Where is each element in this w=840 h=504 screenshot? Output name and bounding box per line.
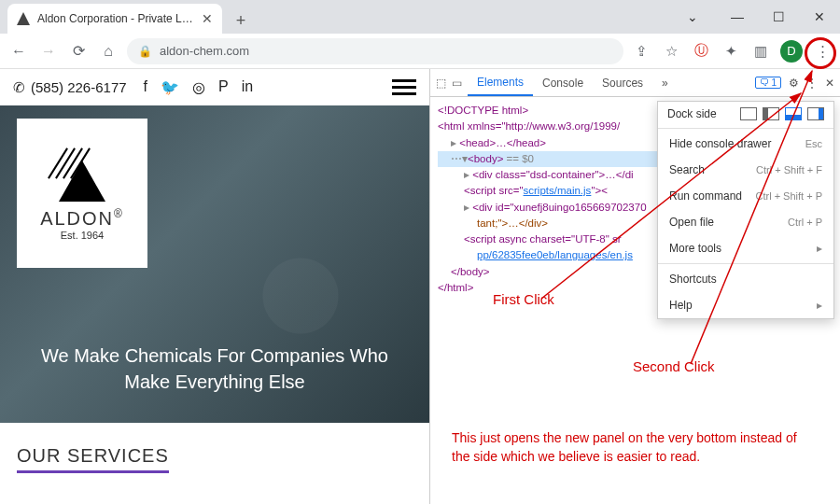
reload-button[interactable]: ⟳ [67,40,90,63]
new-tab-button[interactable]: + [228,7,254,34]
menu-search[interactable]: SearchCtrl + Shift + F [658,157,833,183]
url-input[interactable]: 🔒 aldon-chem.com [127,38,623,64]
tab-elements[interactable]: Elements [468,69,533,96]
devtools-dropdown-menu: Dock side Hide console drawerEsc SearchC… [657,101,834,319]
phone-icon: ✆ [13,79,25,96]
window-maximize-button[interactable]: ☐ [758,9,799,24]
dock-bottom-button[interactable] [785,107,802,120]
share-icon[interactable]: ⇪ [631,41,651,62]
devtools-close-button[interactable]: ✕ [825,77,834,90]
pinterest-icon[interactable]: P [218,78,229,96]
sidepanel-icon[interactable]: ▥ [750,41,771,62]
phone-link[interactable]: ✆ (585) 226-6177 [13,79,127,96]
dock-side-row: Dock side [658,102,833,126]
menu-help[interactable]: Help▸ [658,292,833,318]
issues-badge[interactable]: 🗨1 [755,77,781,89]
window-minimize-button[interactable]: — [717,9,758,24]
profile-avatar[interactable]: D [780,40,803,63]
dock-right-button[interactable] [807,107,824,120]
tab-more[interactable]: » [652,69,678,96]
dock-left-button[interactable] [763,107,779,120]
settings-icon[interactable]: ⚙ [789,77,799,90]
back-button[interactable]: ← [7,40,30,63]
phone-number: (585) 226-6177 [31,79,127,95]
lock-icon: 🔒 [138,45,152,58]
menu-open-file[interactable]: Open fileCtrl + P [658,209,833,235]
hero-image: ALDON® Est. 1964 We Make Chemicals For C… [0,105,429,423]
twitter-icon[interactable]: 🐦 [161,78,179,96]
menu-run-command[interactable]: Run commandCtrl + Shift + P [658,183,833,209]
bookmark-icon[interactable]: ☆ [661,41,681,62]
address-bar: ← → ⟳ ⌂ 🔒 aldon-chem.com ⇪ ☆ Ⓤ ✦ ▥ D ⋮ [0,34,840,69]
brand-logo[interactable]: ALDON® Est. 1964 [17,119,147,268]
tab-title: Aldon Corporation - Private Labe [37,12,194,25]
favicon [17,12,30,25]
dock-undock-button[interactable] [740,107,757,120]
tab-sources[interactable]: Sources [593,69,652,96]
brand-name: ALDON [40,208,114,229]
tabs-dropdown-icon[interactable]: ⌄ [672,9,713,24]
devtools-menu-button[interactable]: ⋮ [806,77,818,90]
annotation-note: This just opens the new panel on the ver… [452,429,818,466]
services-heading: OUR SERVICES [17,445,169,473]
url-text: aldon-chem.com [160,44,249,58]
browser-tab[interactable]: Aldon Corporation - Private Labe ✕ [7,4,222,34]
hero-tagline: We Make Chemicals For Companies Who Make… [0,343,429,395]
est-year: Est. 1964 [61,230,104,241]
registered-mark: ® [114,207,124,220]
browser-menu-button[interactable]: ⋮ [812,41,833,62]
window-close-button[interactable]: ✕ [799,9,840,24]
dock-side-label: Dock side [667,107,717,120]
menu-more-tools[interactable]: More tools▸ [658,235,833,261]
facebook-icon[interactable]: f [144,78,147,96]
hamburger-menu-button[interactable] [392,79,416,95]
extensions-icon[interactable]: ✦ [721,41,741,62]
tab-console[interactable]: Console [533,69,593,96]
forward-button[interactable]: → [37,40,60,63]
device-toggle-icon[interactable]: ▭ [452,77,462,90]
tab-close-icon[interactable]: ✕ [202,11,213,26]
menu-hide-drawer[interactable]: Hide console drawerEsc [658,131,833,157]
home-button[interactable]: ⌂ [97,40,119,63]
inspect-icon[interactable]: ⬚ [436,77,446,90]
linkedin-icon[interactable]: in [242,78,253,96]
window-titlebar: Aldon Corporation - Private Labe ✕ + ⌄ —… [0,0,840,34]
menu-shortcuts[interactable]: Shortcuts [658,266,833,292]
instagram-icon[interactable]: ◎ [192,78,205,96]
page-viewport: ✆ (585) 226-6177 f 🐦 ◎ P in ALDON® Est. … [0,69,429,504]
shield-icon[interactable]: Ⓤ [691,41,711,62]
